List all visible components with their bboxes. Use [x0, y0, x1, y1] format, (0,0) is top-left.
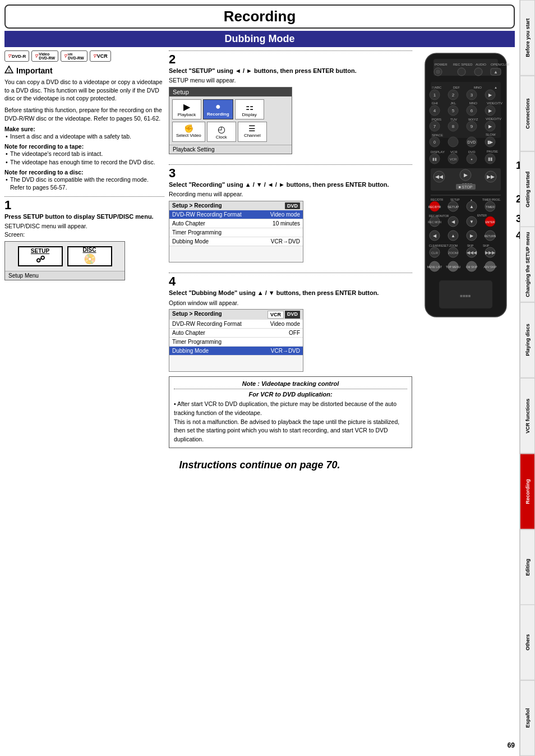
svg-text:DVD: DVD [468, 150, 476, 154]
rec-row-3-1: Auto Chapter 10 minutes [169, 219, 303, 228]
svg-text:ENTER: ENTER [477, 214, 487, 217]
rec-row-3-3: Dubbing Mode VCR→DVD [169, 237, 303, 246]
make-sure-item-1: Insert a disc and a videotape with a saf… [4, 132, 164, 141]
svg-text:■■■■: ■■■■ [460, 293, 471, 298]
svg-text:VIDEO/TV: VIDEO/TV [486, 117, 501, 121]
note-tape-list: The videotape's record tab is intact. Th… [4, 150, 164, 166]
svg-text:2: 2 [452, 93, 455, 98]
step-4-desc: Option window will appear. [169, 299, 412, 307]
svg-text:JKL: JKL [450, 102, 456, 105]
svg-text:PAUSE: PAUSE [487, 150, 498, 153]
sidebar-tab-changing-setup[interactable]: Changing the SETUP menu [520, 227, 535, 302]
warning-triangle-icon: ! [4, 65, 13, 76]
important-para1: You can copy a DVD disc to a videotape o… [4, 78, 164, 103]
rec-row-3-0: DVD-RW Recording Format Video mode [169, 210, 303, 219]
svg-point-9 [436, 70, 440, 74]
svg-text:▶: ▶ [464, 172, 468, 178]
svg-text:3: 3 [471, 93, 473, 98]
remote-svg: POWER REC SPEED AUDIO OPEN/CLOSE [422, 50, 509, 320]
setup-screen-header: Setup [169, 87, 292, 96]
remote-with-steps: 1 2 3 4 POWER REC SPEED [422, 50, 509, 321]
svg-text:SLOW: SLOW [486, 133, 496, 136]
svg-text:PQRS: PQRS [432, 118, 441, 121]
svg-text:CLEAR/RESET: CLEAR/RESET [429, 244, 449, 247]
svg-text:▶: ▶ [488, 93, 492, 98]
make-sure-label: Make sure: [4, 126, 164, 132]
format-dvdr: ▽ DVD-R [4, 50, 29, 62]
svg-text:TOP MENU: TOP MENU [446, 265, 461, 269]
svg-text:0: 0 [433, 140, 436, 144]
left-column: ▽ DVD-R ▽ VideoDVD-RW ▽ VRDVD-RW ▽ VCR [4, 50, 164, 454]
svg-text:◀◀◀: ◀◀◀ [467, 250, 477, 255]
remote-container: 1 2 3 4 POWER REC SPEED [417, 50, 515, 321]
svg-text:TIMER PROG.: TIMER PROG. [482, 198, 501, 201]
note-disc-item-1: The DVD disc is compatible with the reco… [4, 176, 164, 192]
sidebar-tab-playing-discs[interactable]: Playing discs [520, 302, 535, 378]
sidebar-tab-others[interactable]: Others [520, 605, 535, 680]
svg-text:OPEN/CLOSE: OPEN/CLOSE [491, 63, 509, 66]
note-subtitle: For VCR to DVD duplication: [174, 391, 407, 398]
rec-menu-header-4: Setup > Recording VCR DVD [169, 310, 303, 320]
svg-text:◀◀: ◀◀ [435, 174, 443, 179]
svg-text:■ STOP: ■ STOP [458, 185, 472, 189]
sub-header-text: Dubbing Mode [225, 33, 295, 44]
sidebar-tab-recording[interactable]: Recording [520, 454, 535, 529]
step-1-desc: SETUP/DISC menu will appear.Screen: [4, 222, 164, 238]
sidebar-tab-connections[interactable]: Connections [520, 76, 535, 151]
note-text: • After start VCR to DVD duplication, th… [174, 400, 407, 444]
svg-text:REC SPEED: REC SPEED [453, 63, 473, 66]
dvd-badge-4: DVD [285, 311, 300, 319]
svg-text:REC/DTR: REC/DTR [428, 205, 441, 209]
svg-text:VIDEO/TV: VIDEO/TV [487, 102, 502, 105]
svg-text:▮▶: ▮▶ [487, 140, 494, 145]
vcr-badge-4: VCR [268, 311, 284, 319]
rec-row-4-3: Dubbing Mode VCR→DVD [169, 347, 303, 356]
step-2-title: Select "SETUP" using ◄ / ► buttons, then… [169, 67, 412, 75]
svg-text:DISPLAY: DISPLAY [431, 150, 445, 154]
step-1-number: 1 [4, 199, 164, 211]
setup-box: SETUP ☍ [18, 246, 63, 266]
note-tape-item-2: The videotape has enough time to record … [4, 158, 164, 167]
svg-text:▮▮: ▮▮ [488, 156, 492, 162]
sidebar-tab-before-you-start[interactable]: Before you start [520, 0, 535, 76]
sidebar-tab-espanol[interactable]: Español [520, 680, 535, 756]
svg-text:▲: ▲ [469, 204, 474, 209]
svg-text:!: ! [8, 68, 10, 73]
format-icons: ▽ DVD-R ▽ VideoDVD-RW ▽ VRDVD-RW ▽ VCR [4, 50, 164, 62]
format-dvdrw-vr: ▽ VRDVD-RW [61, 50, 87, 62]
svg-text:▶▶: ▶▶ [487, 174, 495, 179]
svg-text:◀: ◀ [451, 219, 455, 224]
sub-header: Dubbing Mode [4, 31, 515, 47]
rec-row-3-2: Timer Programming [169, 228, 303, 237]
sidebar-tab-editing[interactable]: Editing [520, 529, 535, 605]
svg-text:▲: ▲ [494, 86, 497, 89]
svg-text:7: 7 [433, 124, 436, 129]
svg-text:SKIP: SKIP [483, 244, 490, 247]
note-tape-label: Note for recording to a tape: [4, 143, 164, 150]
dvd-badge-3: DVD [285, 202, 300, 209]
svg-text:DEF: DEF [453, 86, 460, 89]
step4-menu: Setup > Recording VCR DVD DVD-RW Recordi… [169, 309, 303, 372]
svg-text:▮▮: ▮▮ [432, 157, 437, 161]
note-disc-list: The DVD disc is compatible with the reco… [4, 176, 164, 192]
svg-text:ADV SKIP: ADV SKIP [483, 265, 497, 269]
step-1-title: Press SETUP button to display SETUP/DISC… [4, 213, 164, 221]
svg-text:REC/DTR: REC/DTR [431, 198, 444, 201]
important-para2: Before starting this function, prepare f… [4, 106, 164, 122]
sidebar-tab-vcr-functions[interactable]: VCR functions [520, 378, 535, 454]
step-4-dots [169, 273, 412, 273]
page-title: Recording [224, 8, 296, 25]
setup-playback-footer: Playback Setting [169, 145, 292, 154]
svg-text:VCR: VCR [450, 158, 457, 161]
svg-text:SKIP: SKIP [467, 244, 474, 247]
svg-point-11 [474, 68, 482, 76]
sidebar-tab-getting-started[interactable]: Getting started [520, 151, 535, 227]
svg-text:8: 8 [452, 124, 455, 129]
rec-row-4-0: DVD-RW Recording Format Video mode [169, 320, 303, 329]
svg-text:SETUP: SETUP [450, 198, 460, 201]
svg-text:GHI: GHI [432, 102, 438, 105]
svg-text:5: 5 [452, 108, 455, 113]
note-title: Note : Videotape tracking control [174, 380, 407, 387]
middle-column: 2 Select "SETUP" using ◄ / ► buttons, th… [169, 50, 412, 454]
svg-text:▶: ▶ [470, 233, 474, 238]
